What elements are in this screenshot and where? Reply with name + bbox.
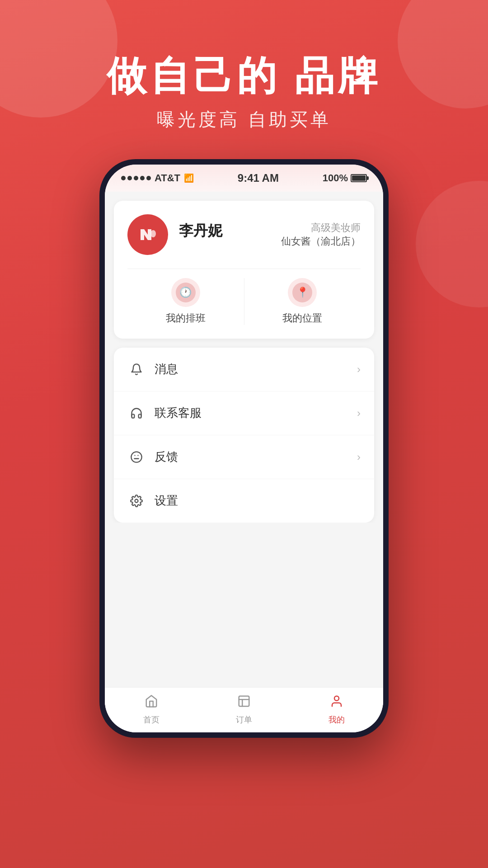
signal-dots bbox=[121, 176, 151, 180]
signal-dot-4 bbox=[140, 176, 145, 180]
bg-decoration-circle-left bbox=[0, 0, 117, 118]
quick-actions-section: 🕐 我的排班 📍 我的位置 bbox=[127, 269, 361, 325]
messages-label: 消息 bbox=[155, 361, 357, 377]
svg-rect-7 bbox=[239, 696, 249, 707]
menu-item-settings[interactable]: 设置 bbox=[114, 479, 374, 523]
brand-logo-icon bbox=[134, 221, 161, 248]
battery-percentage: 100% bbox=[323, 172, 348, 184]
profile-card: 李丹妮 高级美妆师 仙女酱（渝北店） 🕐 bbox=[114, 201, 374, 339]
home-nav-label: 首页 bbox=[143, 714, 160, 725]
phone-mockup: AT&T 📶 9:41 AM 100% bbox=[99, 159, 389, 738]
bell-icon bbox=[127, 360, 145, 378]
status-time: 9:41 AM bbox=[238, 172, 279, 184]
battery-icon bbox=[351, 174, 367, 182]
svg-point-10 bbox=[334, 696, 339, 701]
orders-icon bbox=[237, 694, 251, 712]
profile-top-section: 李丹妮 高级美妆师 仙女酱（渝北店） bbox=[127, 214, 361, 255]
menu-item-feedback[interactable]: 反馈 › bbox=[114, 435, 374, 479]
quick-action-schedule[interactable]: 🕐 我的排班 bbox=[127, 278, 244, 325]
customer-service-label: 联系客服 bbox=[155, 405, 357, 421]
face-icon bbox=[127, 448, 145, 466]
profile-store-name: 仙女酱（渝北店） bbox=[281, 235, 361, 248]
profile-name-row: 李丹妮 高级美妆师 仙女酱（渝北店） bbox=[179, 221, 361, 248]
svg-point-1 bbox=[150, 230, 156, 237]
location-label: 我的位置 bbox=[282, 311, 322, 325]
wifi-icon: 📶 bbox=[184, 173, 194, 183]
nav-item-profile[interactable]: 我的 bbox=[291, 694, 383, 725]
messages-arrow-icon: › bbox=[357, 363, 361, 376]
bg-decoration-circle-right bbox=[398, 0, 488, 108]
orders-nav-label: 订单 bbox=[236, 714, 252, 725]
schedule-label: 我的排班 bbox=[166, 311, 206, 325]
location-icon: 📍 bbox=[292, 283, 312, 302]
header-subtitle: 曝光度高 自助买单 bbox=[107, 107, 381, 132]
nav-item-home[interactable]: 首页 bbox=[105, 694, 197, 725]
feedback-label: 反馈 bbox=[155, 449, 357, 465]
feedback-arrow-icon: › bbox=[357, 451, 361, 463]
menu-list: 消息 › 联系客服 › bbox=[114, 348, 374, 523]
headphone-icon bbox=[127, 404, 145, 422]
status-bar: AT&T 📶 9:41 AM 100% bbox=[105, 165, 383, 192]
home-icon bbox=[145, 694, 158, 712]
profile-nav-label: 我的 bbox=[328, 714, 345, 725]
svg-point-6 bbox=[135, 499, 138, 502]
profile-right-info: 高级美妆师 仙女酱（渝北店） bbox=[281, 221, 361, 248]
menu-item-messages[interactable]: 消息 › bbox=[114, 348, 374, 392]
location-icon-bg: 📍 bbox=[288, 278, 317, 307]
profile-name: 李丹妮 bbox=[179, 221, 222, 241]
header-title: 做自己的 品牌 bbox=[107, 54, 381, 98]
bottom-navigation: 首页 订单 bbox=[105, 687, 383, 732]
avatar bbox=[127, 214, 168, 255]
settings-label: 设置 bbox=[155, 493, 361, 509]
menu-item-customer-service[interactable]: 联系客服 › bbox=[114, 392, 374, 435]
svg-point-2 bbox=[131, 452, 141, 462]
quick-action-location[interactable]: 📍 我的位置 bbox=[244, 278, 361, 325]
signal-dot-1 bbox=[121, 176, 126, 180]
content-space bbox=[105, 523, 383, 687]
profile-job-title: 高级美妆师 bbox=[281, 221, 361, 235]
schedule-icon-bg: 🕐 bbox=[171, 278, 200, 307]
schedule-icon: 🕐 bbox=[176, 283, 196, 302]
phone-screen: AT&T 📶 9:41 AM 100% bbox=[105, 165, 383, 732]
battery-fill bbox=[352, 175, 366, 181]
header-section: 做自己的 品牌 曝光度高 自助买单 bbox=[107, 54, 381, 132]
customer-service-arrow-icon: › bbox=[357, 407, 361, 420]
gear-icon bbox=[127, 492, 145, 510]
status-battery-area: 100% bbox=[323, 172, 367, 184]
status-carrier-area: AT&T 📶 bbox=[121, 172, 194, 184]
app-content: 李丹妮 高级美妆师 仙女酱（渝北店） 🕐 bbox=[105, 192, 383, 732]
signal-dot-2 bbox=[127, 176, 132, 180]
signal-dot-3 bbox=[134, 176, 138, 180]
phone-outer-shell: AT&T 📶 9:41 AM 100% bbox=[99, 159, 389, 738]
nav-item-orders[interactable]: 订单 bbox=[197, 694, 290, 725]
signal-dot-5 bbox=[146, 176, 151, 180]
carrier-label: AT&T bbox=[155, 172, 180, 184]
profile-icon bbox=[330, 694, 343, 712]
bg-decoration-circle-mid bbox=[416, 181, 488, 307]
